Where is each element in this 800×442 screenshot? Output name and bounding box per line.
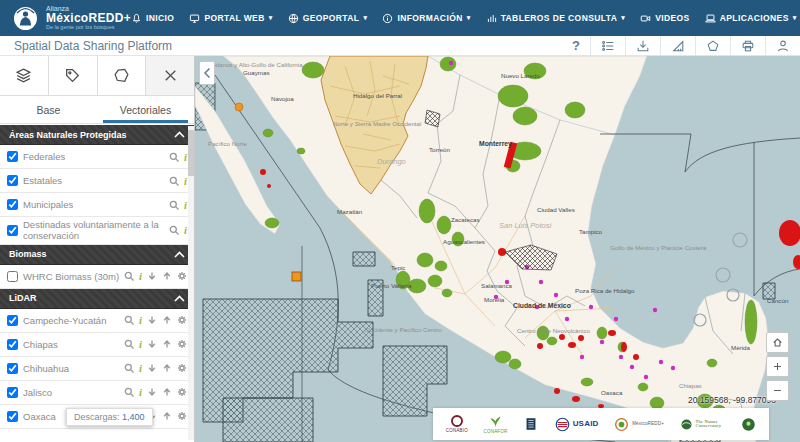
rainforest-alliance-logo-icon (741, 417, 756, 432)
top-navbar: Alianza MéxicoREDD+ De la gente por los … (0, 0, 800, 36)
settings-icon[interactable] (177, 339, 187, 349)
tag-icon (64, 67, 81, 84)
info-icon[interactable]: i (139, 339, 142, 349)
zoom-in-button[interactable] (766, 356, 789, 377)
up-icon[interactable] (162, 363, 172, 373)
draw-polygon-button[interactable] (695, 36, 730, 55)
section-header-lidar[interactable]: LiDAR (0, 289, 194, 309)
descargas-tooltip: Descargas: 1,400 (66, 408, 153, 426)
layer-checkbox[interactable] (7, 363, 18, 374)
map-canvas[interactable]: Médanos y Alto-Golfo de CaliforniaPacífi… (195, 56, 800, 442)
layer-row-municipales: Municipalesi (0, 193, 194, 217)
zoom-icon[interactable] (124, 315, 134, 325)
layer-checkbox[interactable] (7, 387, 18, 398)
down-icon[interactable] (147, 387, 157, 397)
scrollbar-thumb[interactable] (188, 130, 194, 176)
nav-item-label: INICIO (146, 13, 174, 23)
layer-checkbox[interactable] (7, 339, 18, 350)
settings-icon[interactable] (177, 411, 187, 421)
measure-button[interactable] (660, 36, 695, 55)
down-icon[interactable] (147, 339, 157, 349)
zoom-icon[interactable] (169, 152, 179, 162)
down-icon[interactable] (147, 363, 157, 373)
panel-close-button[interactable] (146, 56, 194, 95)
nav-item-videos[interactable]: VIDEOS (640, 13, 690, 24)
nav-item-geoportal[interactable]: GEOPORTAL▾ (288, 13, 368, 24)
zoom-icon[interactable] (169, 176, 179, 186)
bell-icon (131, 13, 142, 24)
brand[interactable]: Alianza MéxicoREDD+ De la gente por los … (12, 5, 131, 32)
green-patch (547, 337, 557, 345)
info-icon[interactable]: i (139, 363, 142, 373)
tab-vectoriales[interactable]: Vectoriales (97, 96, 194, 123)
layer-checkbox[interactable] (7, 175, 18, 186)
info-icon[interactable]: i (139, 271, 142, 281)
sidebar-scrollbar[interactable] (188, 126, 194, 440)
page-title: Spatial Data Sharing Platform (14, 39, 172, 53)
zoom-icon[interactable] (124, 387, 134, 397)
green-patch (265, 218, 279, 228)
tab-base[interactable]: Base (0, 96, 97, 123)
layer-label: Jalisco (23, 387, 124, 398)
section-header-areas-naturales-protegidas[interactable]: Áreas Naturales Protegidas (0, 125, 194, 145)
info-icon[interactable]: i (184, 225, 187, 235)
layer-checkbox[interactable] (7, 315, 18, 326)
tab-layers[interactable] (0, 56, 49, 95)
nav-menu: INICIOPORTAL WEB▾GEOPORTAL▾INFORMACIÓN▾T… (131, 13, 797, 24)
info-icon[interactable]: i (139, 315, 142, 325)
tab-tags[interactable] (49, 56, 98, 95)
zoom-icon[interactable] (169, 200, 179, 210)
orange-square-marker[interactable] (292, 272, 301, 281)
nav-item-inicio[interactable]: INICIO (131, 13, 174, 24)
nav-item-portal-web[interactable]: PORTAL WEB▾ (189, 13, 272, 24)
layer-checkbox[interactable] (7, 199, 18, 210)
panel-icon-tabs (0, 56, 194, 96)
toolbar: ? (562, 36, 800, 55)
home-extent-button[interactable] (766, 332, 789, 353)
layer-row-estatales: Estatalesi (0, 169, 194, 193)
zoom-icon[interactable] (124, 339, 134, 349)
zoom-icon[interactable] (124, 271, 134, 281)
settings-icon[interactable] (177, 271, 187, 281)
settings-icon[interactable] (177, 363, 187, 373)
layer-checkbox[interactable] (7, 411, 18, 422)
up-icon[interactable] (162, 315, 172, 325)
info-icon[interactable]: i (184, 152, 187, 162)
map-area[interactable]: Médanos y Alto-Golfo de CaliforniaPacífi… (195, 56, 800, 442)
zoom-out-button[interactable] (766, 380, 789, 401)
orange-circle-marker[interactable] (235, 103, 243, 111)
print-button[interactable] (730, 36, 765, 55)
layer-checkbox[interactable] (7, 225, 18, 236)
download-button[interactable] (625, 36, 660, 55)
legend-button[interactable] (590, 36, 625, 55)
nav-item-tableros-de-consulta[interactable]: TABLEROS DE CONSULTA▾ (486, 13, 626, 24)
info-icon[interactable]: i (184, 176, 187, 186)
user-button[interactable] (765, 36, 800, 55)
up-icon[interactable] (162, 271, 172, 281)
tab-shapes[interactable] (98, 56, 147, 95)
map-label: Oaxaca (601, 389, 623, 396)
zoom-icon[interactable] (124, 363, 134, 373)
down-icon[interactable] (147, 315, 157, 325)
up-icon[interactable] (162, 411, 172, 421)
close-icon (162, 67, 179, 84)
nav-item-informacion[interactable]: INFORMACIÓN▾ (382, 13, 470, 24)
tab-label: Vectoriales (120, 104, 171, 116)
layer-checkbox[interactable] (7, 151, 18, 162)
layer-type-tabs: BaseVectoriales (0, 96, 194, 124)
settings-icon[interactable] (177, 315, 187, 325)
section-header-biomass[interactable]: Biomass (0, 245, 194, 265)
sidebar-collapse-button[interactable] (199, 61, 215, 85)
green-patch (302, 62, 324, 78)
zoom-icon[interactable] (169, 225, 179, 235)
info-icon[interactable]: i (139, 387, 142, 397)
up-icon[interactable] (162, 339, 172, 349)
settings-icon[interactable] (177, 387, 187, 397)
help-button[interactable]: ? (562, 36, 590, 55)
up-icon[interactable] (162, 387, 172, 397)
info-icon[interactable]: i (184, 200, 187, 210)
layer-checkbox[interactable] (7, 271, 18, 282)
down-icon[interactable] (147, 271, 157, 281)
nav-item-aplicaciones[interactable]: APLICACIONES▾ (705, 13, 797, 24)
logo-conabio: CONABIO (446, 414, 468, 434)
